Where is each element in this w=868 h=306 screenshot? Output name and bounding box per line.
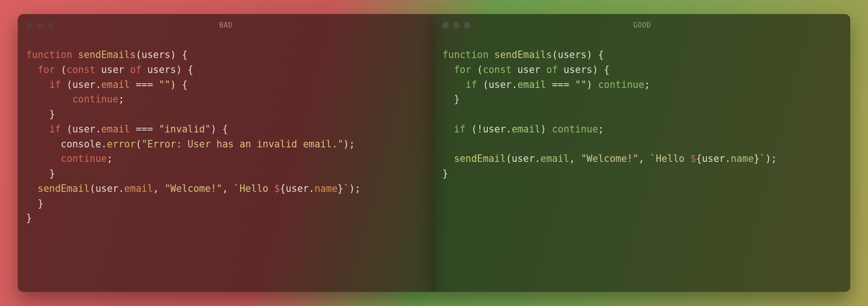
code-line: if (user.email === "invalid") {: [26, 122, 426, 137]
code-line: function sendEmails(users) {: [26, 48, 426, 63]
close-icon[interactable]: [26, 22, 33, 29]
code-line: [442, 137, 842, 152]
zoom-icon[interactable]: [464, 22, 470, 29]
code-line: }: [26, 107, 426, 122]
code-line: if (user.email === "") {: [26, 78, 426, 93]
zoom-icon[interactable]: [48, 22, 54, 29]
bad-title-bar: BAD: [18, 14, 434, 36]
minimize-icon[interactable]: [37, 22, 43, 29]
code-line: }: [26, 167, 426, 182]
comparison-panels: BAD function sendEmails(users) { for (co…: [0, 0, 868, 306]
bad-panel: BAD function sendEmails(users) { for (co…: [18, 14, 434, 292]
code-line: }: [26, 197, 426, 211]
code-line: }: [26, 211, 426, 226]
code-line: sendEmail(user.email, "Welcome!", `Hello…: [442, 152, 842, 167]
code-line: if (!user.email) continue;: [442, 122, 842, 137]
good-title: GOOD: [633, 21, 651, 29]
good-code: function sendEmails(users) { for (const …: [434, 36, 850, 292]
code-line: function sendEmails(users) {: [442, 48, 842, 63]
traffic-lights-bad: [26, 22, 54, 29]
code-line: console.error("Error: User has an invali…: [26, 137, 426, 152]
bad-title: BAD: [219, 21, 233, 29]
code-line: }: [442, 92, 842, 107]
close-icon[interactable]: [442, 22, 449, 29]
code-line: if (user.email === "") continue;: [442, 78, 842, 93]
bad-code: function sendEmails(users) { for (const …: [18, 36, 434, 292]
code-line: sendEmail(user.email, "Welcome!", `Hello…: [26, 182, 426, 197]
good-title-bar: GOOD: [434, 14, 850, 36]
code-line: for (const user of users) {: [442, 63, 842, 78]
code-line: }: [442, 167, 842, 182]
code-line: continue;: [26, 92, 426, 107]
minimize-icon[interactable]: [453, 22, 460, 29]
code-line: [442, 107, 842, 122]
good-panel: GOOD function sendEmails(users) { for (c…: [434, 14, 850, 292]
code-line: continue;: [26, 152, 426, 167]
traffic-lights-good: [442, 22, 470, 29]
code-line: for (const user of users) {: [26, 63, 426, 78]
